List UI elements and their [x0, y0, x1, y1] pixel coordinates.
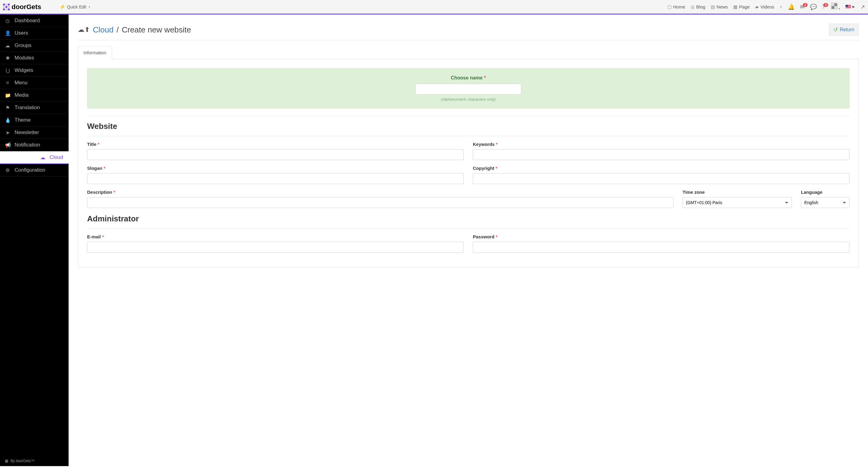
copyright-label: Copyright * [473, 166, 849, 171]
nav-home-label: Home [673, 4, 685, 9]
flag-icon: ⚑ [5, 105, 10, 111]
quick-edit-label: Quick Edit [67, 5, 87, 9]
breadcrumb: ☁⬆ Cloud / Create new website [78, 25, 191, 35]
label-text: Slogan [87, 166, 102, 171]
brand-logo[interactable]: doorGets [3, 3, 41, 11]
sidebar-footer-label: By doorGets™ [11, 459, 35, 463]
email-input[interactable] [87, 242, 464, 253]
timezone-select[interactable]: (GMT+01:00) Paris [683, 197, 792, 208]
required-mark: * [103, 166, 105, 171]
section-title-website: Website [87, 122, 849, 131]
caret-down-icon: ▾ [839, 7, 840, 10]
topbar-right: 🔔 ✉1 💬 ?1 ▾ ⚑ ↗ [788, 2, 865, 11]
flag-us-icon [845, 5, 851, 8]
page-icon: ▦ [733, 4, 738, 10]
sidebar-item-users[interactable]: 👤Users [0, 27, 69, 39]
chat-icon[interactable]: 💬 [810, 4, 817, 10]
label-text: Password [473, 234, 494, 239]
asterisk-icon: ✱ [5, 55, 10, 61]
help-icon[interactable]: ?1 [822, 4, 825, 10]
label-text: Description [87, 190, 112, 195]
nav-videos-label: Videos [760, 4, 774, 9]
choose-name-hint: (Alphanumeric characters only) [94, 97, 842, 102]
return-button[interactable]: ↺ Return [829, 24, 859, 36]
timezone-label: Time zone [683, 190, 792, 195]
menu-icon: ≡ [5, 80, 10, 86]
sidebar-item-media[interactable]: 📁Media [0, 89, 69, 102]
choose-name-input[interactable] [415, 84, 521, 95]
sidebar-item-cloud[interactable]: ☁Cloud [0, 151, 69, 164]
divider [87, 136, 849, 136]
nav-blog-label: Blog [696, 4, 705, 9]
news-icon: ▤ [711, 4, 715, 10]
section-title-administrator: Administrator [87, 214, 849, 224]
copyright-input[interactable] [473, 173, 849, 184]
keywords-label: Keywords * [473, 142, 849, 147]
sidebar-item-dashboard[interactable]: ◷Dashboard [0, 14, 69, 27]
choose-name-label: Choose name * [94, 75, 842, 81]
breadcrumb-separator: / [117, 25, 119, 35]
sidebar-item-label: Modules [14, 55, 34, 61]
required-mark: * [496, 166, 497, 171]
email-label: E-mail * [87, 234, 464, 239]
description-input[interactable] [87, 197, 674, 208]
nav-blog[interactable]: ◎Blog [691, 4, 705, 10]
nav-news[interactable]: ▤News [711, 4, 728, 10]
language-menu[interactable]: ⚑ [845, 4, 855, 10]
password-label: Password * [473, 234, 849, 239]
sidebar-item-groups[interactable]: ☁Groups [0, 39, 69, 52]
video-icon: ▰ [755, 4, 759, 10]
breadcrumb-link-cloud[interactable]: Cloud [93, 25, 114, 35]
choose-name-text: Choose name [451, 75, 483, 80]
tab-information[interactable]: Information [78, 46, 112, 59]
required-mark: * [496, 142, 498, 147]
label-text: E-mail [87, 234, 101, 239]
language-select[interactable]: English [801, 197, 849, 208]
return-label: Return [840, 27, 854, 32]
sidebar-item-widgets[interactable]: ⋃Widgets [0, 64, 69, 77]
user-menu[interactable]: ▾ [831, 2, 840, 11]
sidebar-item-newsletter[interactable]: ➤Newsletter [0, 127, 69, 139]
cloud-icon: ☁ [5, 43, 10, 48]
label-text: Copyright [473, 166, 494, 171]
sidebar-item-modules[interactable]: ✱Modules [0, 52, 69, 64]
tab-content: Choose name * (Alphanumeric characters o… [78, 59, 859, 267]
password-input[interactable] [473, 242, 849, 253]
title-input[interactable] [87, 149, 464, 160]
sidebar-item-label: Newsletter [14, 130, 39, 136]
brand-name: doorGets [11, 3, 41, 11]
keywords-input[interactable] [473, 149, 849, 160]
grid-icon: ▦ [5, 459, 8, 463]
sidebar-item-translation[interactable]: ⚑Translation [0, 102, 69, 114]
sidebar-item-label: Translation [14, 105, 40, 111]
sidebar-item-notification[interactable]: 📢Notification [0, 139, 69, 151]
nav-home[interactable]: ▢Home [668, 4, 685, 10]
nav-videos[interactable]: ▰Videos [755, 4, 774, 10]
tabs: Information [78, 46, 859, 59]
send-icon: ➤ [5, 130, 10, 136]
sidebar-footer[interactable]: ▦By doorGets™ [0, 456, 69, 466]
caret-down-icon: ▾ [89, 5, 90, 8]
slogan-input[interactable] [87, 173, 464, 184]
quick-edit-dropdown[interactable]: ⚡ Quick Edit ▾ [60, 4, 90, 10]
required-mark: * [98, 142, 99, 147]
sidebar-item-label: Dashboard [14, 18, 40, 24]
mail-icon[interactable]: ✉1 [800, 4, 805, 10]
sidebar-item-configuration[interactable]: ⚙Configuration [0, 164, 69, 176]
bell-icon[interactable]: 🔔 [788, 4, 795, 10]
sidebar-item-theme[interactable]: 💧Theme [0, 114, 69, 127]
sidebar-item-label: Menu [14, 80, 28, 86]
mail-badge: 1 [803, 3, 808, 7]
nav-page[interactable]: ▦Page [733, 4, 750, 10]
sidebar-item-menu[interactable]: ≡Menu [0, 77, 69, 89]
clock-icon: ◷ [5, 18, 10, 24]
user-icon: 👤 [5, 30, 10, 36]
sidebar-item-label: Widgets [14, 67, 33, 73]
nav-more[interactable]: ▾ [780, 5, 782, 8]
folder-icon: 📁 [5, 93, 10, 98]
bullhorn-icon: 📢 [5, 142, 10, 148]
main-content: ☁⬆ Cloud / Create new website ↺ Return I… [69, 14, 868, 466]
drop-icon: 💧 [5, 118, 10, 123]
gear-icon: ⚙ [5, 167, 10, 173]
external-link-icon[interactable]: ↗ [860, 4, 865, 10]
